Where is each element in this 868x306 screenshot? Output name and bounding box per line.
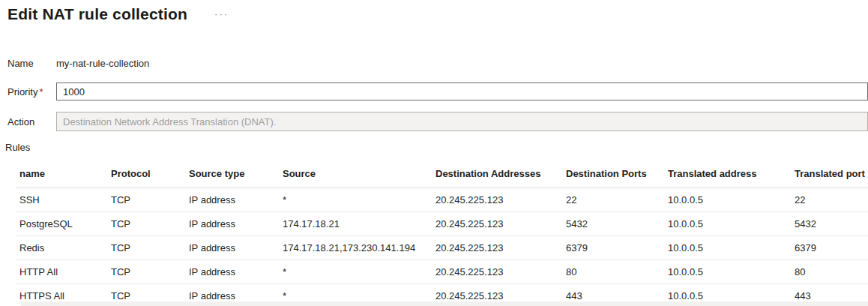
cell-source-type: IP address [185,212,279,236]
action-label: Action [7,116,56,128]
cell-source: * [279,188,432,212]
more-options-icon[interactable]: ··· [210,8,233,21]
cell-translated-port: 22 [791,188,868,212]
cell-source-type: IP address [185,236,279,260]
table-row[interactable]: HTTP All TCP IP address * 20.245.225.123… [16,260,868,284]
cell-translated-address: 10.0.0.5 [664,188,791,212]
partially-visible-row-bar [21,302,868,306]
page-title: Edit NAT rule collection [7,5,187,23]
cell-name: PostgreSQL [16,212,107,236]
rules-table-container: name Protocol Source type Source Destina… [16,160,868,306]
cell-name: Redis [16,236,107,260]
cell-translated-port: 80 [791,260,868,284]
name-value: my-nat-rule-collection [56,58,149,69]
cell-destination-addresses: 20.245.225.123 [432,236,562,260]
column-header-translated-address: Translated address [664,160,791,188]
cell-protocol: TCP [107,236,185,260]
column-header-protocol: Protocol [107,160,185,188]
column-header-name: name [16,160,107,188]
cell-destination-addresses: 20.245.225.123 [432,188,562,212]
cell-name: HTTP All [16,260,107,284]
cell-protocol: TCP [107,212,185,236]
action-input [56,112,868,131]
name-label: Name [7,58,56,69]
cell-translated-address: 10.0.0.5 [664,260,791,284]
cell-source: * [279,260,432,284]
cell-protocol: TCP [107,188,185,212]
column-header-source-type: Source type [185,160,279,188]
blade-header: Edit NAT rule collection ··· [0,0,868,24]
required-asterisk: * [39,86,43,98]
priority-label-text: Priority [7,86,37,98]
cell-translated-address: 10.0.0.5 [664,212,791,236]
rules-table-header-row: name Protocol Source type Source Destina… [16,160,868,188]
cell-destination-addresses: 20.245.225.123 [432,212,562,236]
cell-destination-ports: 80 [562,260,664,284]
table-row[interactable]: PostgreSQL TCP IP address 174.17.18.21 2… [16,212,868,236]
rules-section-label: Rules [5,142,868,153]
rules-table: name Protocol Source type Source Destina… [16,160,868,306]
edit-nat-rule-collection-blade: Edit NAT rule collection ··· Name my-nat… [0,0,868,306]
priority-input[interactable] [56,82,868,100]
cell-destination-ports: 22 [562,188,664,212]
column-header-destination-addresses: Destination Addresses [432,160,562,188]
nat-rule-collection-form: Name my-nat-rule-collection Priority* Ac… [7,54,868,131]
cell-protocol: TCP [107,260,185,284]
priority-label: Priority* [7,86,56,98]
column-header-destination-ports: Destination Ports [562,160,664,188]
cell-destination-ports: 6379 [562,236,664,260]
table-row[interactable]: SSH TCP IP address * 20.245.225.123 22 1… [16,188,868,212]
cell-name: SSH [16,188,107,212]
cell-destination-ports: 5432 [562,212,664,236]
cell-destination-addresses: 20.245.225.123 [432,260,562,284]
cell-translated-port: 5432 [791,212,868,236]
action-field-row: Action [7,112,868,131]
cell-source: 174.17.18.21,173.230.141.194 [279,236,432,260]
cell-translated-address: 10.0.0.5 [664,236,791,260]
name-field-row: Name my-nat-rule-collection [7,54,868,72]
priority-field-row: Priority* [7,82,868,100]
table-row[interactable]: Redis TCP IP address 174.17.18.21,173.23… [16,236,868,260]
column-header-translated-port: Translated port [791,160,868,188]
cell-translated-port: 6379 [791,236,868,260]
column-header-source: Source [279,160,432,188]
cell-source-type: IP address [185,188,279,212]
cell-source: 174.17.18.21 [279,212,432,236]
cell-source-type: IP address [185,260,279,284]
